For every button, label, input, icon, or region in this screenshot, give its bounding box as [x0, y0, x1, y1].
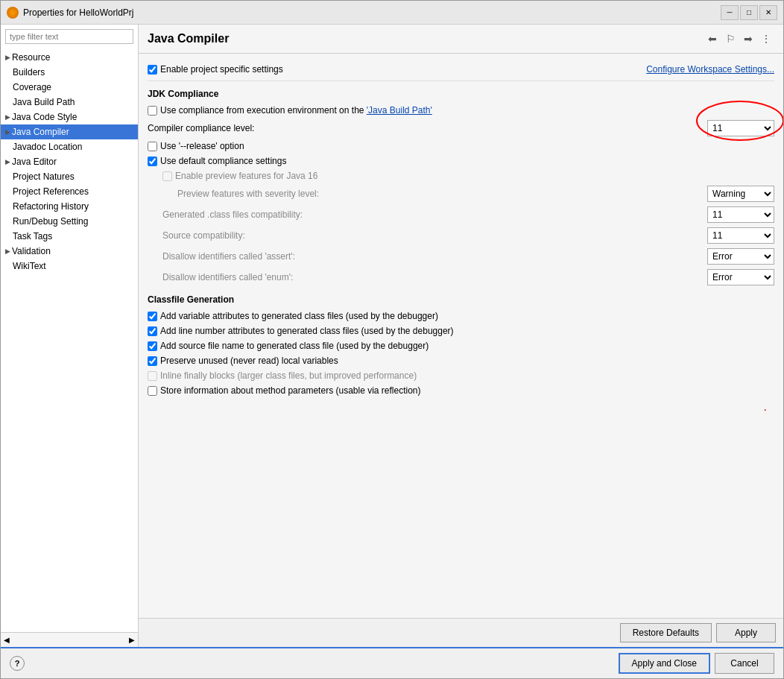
sidebar-item-java-code-style[interactable]: ▶ Java Code Style: [1, 110, 138, 124]
right-panel: Java Compiler ⬅ ⚐ ➡ ⋮ Enable project spe…: [139, 25, 783, 647]
disallow-assert-label: Disallow identifiers called 'assert':: [162, 251, 707, 262]
menu-button[interactable]: ⋮: [758, 31, 774, 47]
sidebar-scroll-bar[interactable]: ◀ ▶: [1, 632, 138, 647]
sidebar-item-javadoc-location[interactable]: Javadoc Location: [1, 139, 138, 154]
sidebar-item-java-compiler[interactable]: ▶ Java Compiler: [1, 124, 138, 139]
sidebar-item-label: Java Editor: [12, 157, 57, 167]
store-method-row: Store information about method parameter…: [148, 385, 774, 396]
enable-settings-row: Enable project specific settings Configu…: [148, 61, 774, 81]
scroll-right-arrow[interactable]: ▶: [129, 636, 135, 644]
sidebar-item-label: Javadoc Location: [13, 142, 82, 152]
apply-close-button[interactable]: Apply and Close: [619, 653, 710, 674]
sidebar: ▶ Resource Builders Coverage Java Build …: [1, 25, 139, 647]
store-method-label: Store information about method parameter…: [160, 385, 421, 396]
compiler-compliance-label: Compiler compliance level:: [148, 123, 707, 133]
sidebar-item-wikitext[interactable]: WikiText: [1, 259, 138, 274]
restore-defaults-button[interactable]: Restore Defaults: [620, 623, 712, 642]
inline-finally-row: Inline finally blocks (larger class file…: [148, 370, 774, 381]
sidebar-item-builders[interactable]: Builders: [1, 65, 138, 80]
disallow-assert-dropdown[interactable]: ErrorWarningInfoIgnore: [707, 248, 774, 265]
minimize-button[interactable]: ─: [721, 5, 739, 20]
preview-severity-dropdown[interactable]: Error Warning Info Ignore: [707, 186, 774, 202]
enable-project-label: Enable project specific settings: [160, 64, 283, 75]
add-source-file-checkbox[interactable]: [148, 341, 157, 351]
disallow-enum-label: Disallow identifiers called 'enum':: [162, 272, 707, 282]
scroll-left-arrow[interactable]: ◀: [4, 636, 10, 644]
sidebar-item-label: Java Build Path: [13, 97, 75, 107]
add-line-number-checkbox[interactable]: [148, 326, 157, 336]
preserve-unused-row: Preserve unused (never read) local varia…: [148, 356, 774, 366]
sidebar-item-label: Run/Debug Setting: [13, 216, 88, 227]
compiler-compliance-dropdown[interactable]: 1.5 1.6 1.7 1.8 9 10 11 12 13 14 15: [707, 120, 774, 136]
sidebar-item-label: Builders: [13, 67, 45, 78]
compiler-compliance-row: Compiler compliance level: 1.5 1.6 1.7 1…: [148, 120, 774, 136]
sidebar-item-java-editor[interactable]: ▶ Java Editor: [1, 154, 138, 169]
preview-severity-label: Preview features with severity level:: [177, 189, 707, 199]
disallow-enum-dropdown[interactable]: ErrorWarningInfoIgnore: [707, 269, 774, 285]
generated-class-dropdown[interactable]: 1.51.61.71.8 91011: [707, 206, 774, 223]
sidebar-item-label: Resource: [12, 52, 50, 63]
footer-right-buttons: Apply and Close Cancel: [619, 653, 774, 674]
panel-toolbar: ⬅ ⚐ ➡ ⋮: [704, 31, 774, 47]
sidebar-item-label: Validation: [12, 246, 51, 256]
sidebar-item-coverage[interactable]: Coverage: [1, 80, 138, 95]
chevron-right-icon: ▶: [5, 54, 10, 61]
bottom-bar: Restore Defaults Apply: [139, 618, 783, 647]
add-line-number-row: Add line number attributes to generated …: [148, 326, 774, 336]
close-button[interactable]: ✕: [759, 5, 777, 20]
sidebar-item-resource[interactable]: ▶ Resource: [1, 50, 138, 65]
sidebar-item-project-references[interactable]: Project References: [1, 184, 138, 199]
sidebar-item-project-natures[interactable]: Project Natures: [1, 169, 138, 184]
source-compat-row: Source compatibility: 1.51.61.71.8 91011: [162, 227, 774, 244]
app-icon: [7, 7, 19, 19]
enable-preview-row: Enable preview features for Java 16: [162, 171, 774, 181]
sidebar-item-refactoring-history[interactable]: Refactoring History: [1, 199, 138, 214]
sidebar-item-validation[interactable]: ▶ Validation: [1, 244, 138, 259]
use-release-row: Use '--release' option: [148, 141, 774, 151]
title-bar-buttons: ─ □ ✕: [721, 5, 777, 20]
sidebar-item-java-build-path[interactable]: Java Build Path: [1, 95, 138, 110]
default-compliance-options: Enable preview features for Java 16 Prev…: [148, 171, 774, 285]
preserve-unused-checkbox[interactable]: [148, 356, 157, 366]
main-content: ▶ Resource Builders Coverage Java Build …: [1, 25, 783, 647]
java-build-path-link[interactable]: 'Java Build Path': [367, 105, 432, 116]
preserve-unused-label: Preserve unused (never read) local varia…: [160, 356, 338, 366]
enable-project-checkbox[interactable]: [148, 65, 157, 75]
use-default-compliance-row: Use default compliance settings: [148, 156, 774, 166]
panel-body: Enable project specific settings Configu…: [139, 54, 783, 618]
generated-class-row: Generated .class files compatibility: 1.…: [162, 206, 774, 223]
panel-header: Java Compiler ⬅ ⚐ ➡ ⋮: [139, 25, 783, 54]
help-button[interactable]: ?: [10, 656, 25, 671]
generated-class-label: Generated .class files compatibility:: [162, 209, 707, 220]
use-compliance-checkbox[interactable]: [148, 106, 157, 116]
sidebar-item-label: Java Code Style: [12, 112, 77, 122]
main-window: Properties for HelloWorldPrj ─ □ ✕ ▶ Res…: [0, 0, 784, 679]
forward-button[interactable]: ⚐: [722, 31, 739, 47]
add-line-number-label: Add line number attributes to generated …: [160, 326, 454, 336]
filter-input[interactable]: [5, 29, 133, 44]
sidebar-item-label: Coverage: [13, 82, 51, 92]
chevron-right-icon: ▶: [5, 113, 10, 121]
source-compat-dropdown[interactable]: 1.51.61.71.8 91011: [707, 227, 774, 244]
configure-workspace-link[interactable]: Configure Workspace Settings...: [646, 64, 774, 75]
inline-finally-checkbox[interactable]: [148, 371, 157, 381]
enable-preview-label: Enable preview features for Java 16: [175, 171, 317, 181]
add-variable-checkbox[interactable]: [148, 312, 157, 321]
add-source-file-row: Add source file name to generated class …: [148, 341, 774, 351]
maximize-button[interactable]: □: [740, 5, 758, 20]
use-release-checkbox[interactable]: [148, 142, 157, 151]
sidebar-item-label: Project Natures: [13, 171, 75, 182]
apply-button[interactable]: Apply: [716, 623, 776, 642]
store-method-checkbox[interactable]: [148, 386, 157, 396]
enable-preview-checkbox[interactable]: [162, 171, 172, 181]
disallow-enum-row: Disallow identifiers called 'enum': Erro…: [162, 269, 774, 285]
back-button[interactable]: ⬅: [704, 31, 721, 47]
chevron-right-icon: ▶: [5, 158, 10, 165]
sidebar-item-label: WikiText: [13, 261, 46, 271]
forward-nav-button[interactable]: ➡: [740, 31, 756, 47]
cancel-button[interactable]: Cancel: [715, 653, 774, 674]
use-compliance-row: Use compliance from execution environmen…: [148, 105, 774, 116]
sidebar-item-run-debug-settings[interactable]: Run/Debug Setting: [1, 214, 138, 229]
use-default-compliance-checkbox[interactable]: [148, 157, 157, 166]
sidebar-item-task-tags[interactable]: Task Tags: [1, 229, 138, 244]
